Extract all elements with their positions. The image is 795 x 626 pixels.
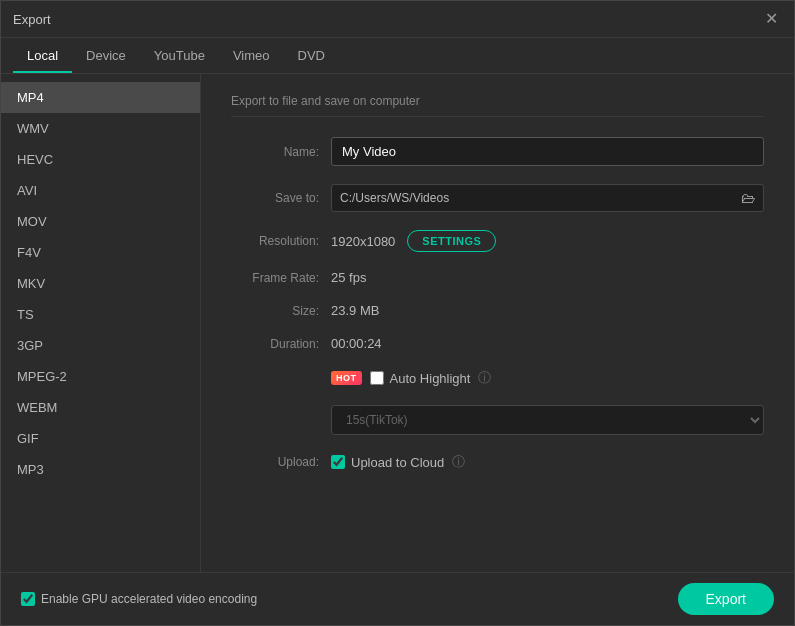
save-to-label: Save to: [231,191,331,205]
upload-help-icon[interactable]: ⓘ [452,453,465,471]
upload-row: Upload: Upload to Cloud ⓘ [231,453,764,471]
sidebar-item-hevc[interactable]: HEVC [1,144,200,175]
sidebar-item-mpeg2[interactable]: MPEG-2 [1,361,200,392]
sidebar-item-gif[interactable]: GIF [1,423,200,454]
path-row: C:/Users/WS/Videos 🗁 [331,184,764,212]
bottom-bar: Enable GPU accelerated video encoding Ex… [1,572,794,625]
tab-youtube[interactable]: YouTube [140,38,219,73]
tab-vimeo[interactable]: Vimeo [219,38,284,73]
save-to-control: C:/Users/WS/Videos 🗁 [331,184,764,212]
resolution-control: 1920x1080 SETTINGS [331,230,764,252]
upload-control: Upload to Cloud ⓘ [331,453,764,471]
sidebar: MP4 WMV HEVC AVI MOV F4V MKV TS [1,74,201,572]
tab-local[interactable]: Local [13,38,72,73]
title-bar: Export ✕ [1,1,794,38]
name-input[interactable] [331,137,764,166]
resolution-label: Resolution: [231,234,331,248]
window-title: Export [13,12,51,27]
sidebar-item-wmv[interactable]: WMV [1,113,200,144]
sidebar-item-f4v[interactable]: F4V [1,237,200,268]
auto-highlight-label[interactable]: Auto Highlight [370,371,471,386]
name-label: Name: [231,145,331,159]
size-label: Size: [231,304,331,318]
size-control: 23.9 MB [331,303,764,318]
frame-rate-control: 25 fps [331,270,764,285]
name-row: Name: [231,137,764,166]
sidebar-item-mp3[interactable]: MP3 [1,454,200,485]
tab-dvd[interactable]: DVD [284,38,339,73]
auto-highlight-help-icon[interactable]: ⓘ [478,369,491,387]
main-panel: Export to file and save on computer Name… [201,74,794,572]
section-title: Export to file and save on computer [231,94,764,117]
resolution-row: Resolution: 1920x1080 SETTINGS [231,230,764,252]
close-button[interactable]: ✕ [761,9,782,29]
frame-rate-row: Frame Rate: 25 fps [231,270,764,285]
sidebar-item-webm[interactable]: WEBM [1,392,200,423]
sidebar-item-ts[interactable]: TS [1,299,200,330]
export-button[interactable]: Export [678,583,774,615]
upload-to-cloud-label[interactable]: Upload to Cloud [331,455,444,470]
resolution-value: 1920x1080 [331,234,395,249]
path-text: C:/Users/WS/Videos [340,191,741,205]
duration-value: 00:00:24 [331,336,382,351]
frame-rate-label: Frame Rate: [231,271,331,285]
size-value: 23.9 MB [331,303,379,318]
name-control [331,137,764,166]
upload-label: Upload: [231,455,331,469]
highlight-control: HOT Auto Highlight ⓘ [331,369,764,387]
duration-control: 00:00:24 [331,336,764,351]
size-row: Size: 23.9 MB [231,303,764,318]
frame-rate-value: 25 fps [331,270,366,285]
duration-label: Duration: [231,337,331,351]
save-to-row: Save to: C:/Users/WS/Videos 🗁 [231,184,764,212]
gpu-checkbox[interactable] [21,592,35,606]
hot-badge: HOT [331,371,362,385]
tabs-bar: Local Device YouTube Vimeo DVD [1,38,794,74]
tab-device[interactable]: Device [72,38,140,73]
sidebar-item-mp4[interactable]: MP4 [1,82,200,113]
auto-highlight-checkbox[interactable] [370,371,384,385]
upload-to-cloud-checkbox[interactable] [331,455,345,469]
sidebar-item-mkv[interactable]: MKV [1,268,200,299]
sidebar-item-avi[interactable]: AVI [1,175,200,206]
tiktok-dropdown[interactable]: 15s(TikTok) [331,405,764,435]
folder-icon[interactable]: 🗁 [741,190,755,206]
gpu-label[interactable]: Enable GPU accelerated video encoding [21,592,257,606]
duration-row: Duration: 00:00:24 [231,336,764,351]
tiktok-control: 15s(TikTok) [331,405,764,435]
tiktok-row: 15s(TikTok) [231,405,764,435]
settings-button[interactable]: SETTINGS [407,230,496,252]
sidebar-item-3gp[interactable]: 3GP [1,330,200,361]
sidebar-item-mov[interactable]: MOV [1,206,200,237]
auto-highlight-row: HOT Auto Highlight ⓘ [231,369,764,387]
export-window: Export ✕ Local Device YouTube Vimeo DVD … [0,0,795,626]
content-area: MP4 WMV HEVC AVI MOV F4V MKV TS [1,74,794,572]
